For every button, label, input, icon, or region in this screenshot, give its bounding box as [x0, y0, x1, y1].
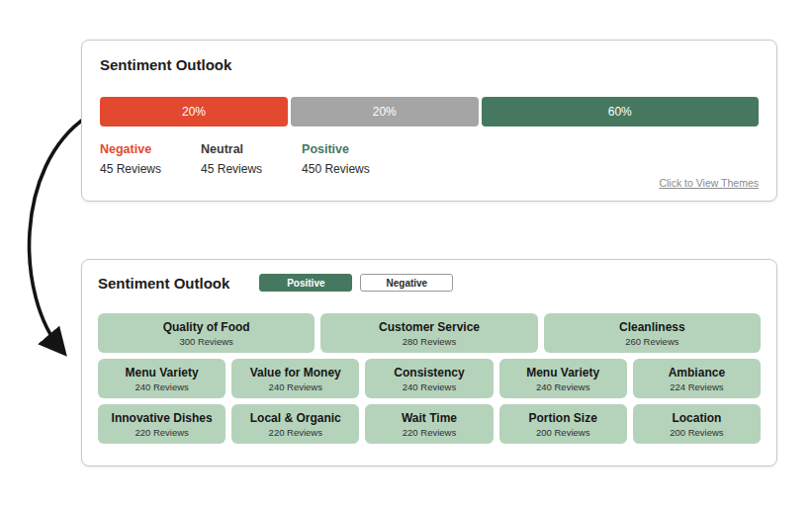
legend-count-neutral: 45 Reviews: [201, 162, 262, 176]
legend-label-negative: Negative: [100, 142, 161, 156]
bar-segment-negative[interactable]: 20%: [100, 97, 288, 127]
theme-chip-title: Menu Variety: [499, 366, 627, 380]
theme-chip-location[interactable]: Location 200 Reviews: [633, 404, 761, 444]
theme-chip-subtitle: 300 Reviews: [98, 336, 315, 347]
bar-segment-neutral[interactable]: 20%: [291, 97, 478, 127]
theme-chip-subtitle: 240 Reviews: [231, 381, 359, 392]
theme-chip-title: Consistency: [365, 366, 493, 380]
sentiment-overview-card: Sentiment Outlook 20% 20% 60% Negative 4…: [81, 40, 777, 202]
theme-chip-title: Value for Money: [231, 366, 359, 380]
sentiment-toggle-group: Positive Negative: [259, 274, 453, 292]
theme-chip-local-organic[interactable]: Local & Organic 220 Reviews: [231, 404, 359, 444]
legend-item-neutral: Neutral 45 Reviews: [201, 142, 262, 176]
theme-chip-subtitle: 240 Reviews: [98, 381, 226, 392]
theme-chip-portion-size[interactable]: Portion Size 200 Reviews: [499, 404, 627, 444]
theme-chip-title: Ambiance: [633, 366, 761, 380]
legend-item-positive: Positive 450 Reviews: [302, 142, 370, 176]
theme-chip-subtitle: 220 Reviews: [231, 427, 359, 438]
theme-chip-menu-variety[interactable]: Menu Variety 240 Reviews: [98, 359, 226, 398]
theme-chip-title: Portion Size: [499, 411, 627, 425]
view-themes-link[interactable]: Click to View Themes: [659, 177, 759, 189]
theme-chip-customer-service[interactable]: Customer Service 280 Reviews: [320, 313, 537, 353]
theme-chip-grid: Quality of Food 300 Reviews Customer Ser…: [98, 313, 761, 444]
bar-segment-positive[interactable]: 60%: [482, 97, 760, 127]
positive-toggle[interactable]: Positive: [259, 274, 352, 292]
theme-chip-title: Location: [633, 411, 761, 425]
theme-chip-innovative-dishes[interactable]: Innovative Dishes 220 Reviews: [98, 404, 226, 444]
sentiment-stacked-bar: 20% 20% 60%: [100, 97, 759, 127]
theme-chip-title: Local & Organic: [231, 411, 359, 425]
theme-chip-subtitle: 240 Reviews: [499, 381, 627, 392]
sentiment-themes-card: Sentiment Outlook Positive Negative Qual…: [81, 259, 777, 466]
theme-chip-subtitle: 260 Reviews: [544, 336, 761, 347]
theme-chip-subtitle: 220 Reviews: [98, 427, 226, 438]
theme-row-2: Menu Variety 240 Reviews Value for Money…: [98, 359, 761, 398]
theme-chip-title: Quality of Food: [98, 320, 315, 334]
theme-chip-subtitle: 224 Reviews: [633, 381, 761, 392]
theme-chip-title: Customer Service: [320, 320, 537, 334]
theme-chip-ambiance[interactable]: Ambiance 224 Reviews: [633, 359, 761, 398]
theme-chip-subtitle: 280 Reviews: [320, 336, 537, 347]
legend-label-positive: Positive: [302, 142, 370, 156]
theme-row-3: Innovative Dishes 220 Reviews Local & Or…: [98, 404, 761, 444]
theme-chip-consistency[interactable]: Consistency 240 Reviews: [365, 359, 493, 398]
theme-chip-menu-variety-2[interactable]: Menu Variety 240 Reviews: [499, 359, 627, 398]
theme-chip-title: Innovative Dishes: [98, 411, 226, 425]
negative-toggle[interactable]: Negative: [360, 274, 453, 292]
theme-chip-value-for-money[interactable]: Value for Money 240 Reviews: [231, 359, 359, 398]
theme-chip-cleanliness[interactable]: Cleanliness 260 Reviews: [544, 313, 761, 353]
theme-chip-subtitle: 240 Reviews: [365, 381, 493, 392]
theme-chip-subtitle: 200 Reviews: [633, 427, 761, 438]
page-title: Sentiment Outlook: [100, 56, 759, 73]
theme-chip-title: Wait Time: [365, 411, 493, 425]
legend-label-neutral: Neutral: [201, 142, 262, 156]
theme-chip-title: Menu Variety: [98, 366, 226, 380]
theme-chip-title: Cleanliness: [544, 320, 761, 334]
themes-header: Sentiment Outlook Positive Negative: [98, 274, 761, 292]
themes-title: Sentiment Outlook: [98, 275, 229, 292]
sentiment-legend: Negative 45 Reviews Neutral 45 Reviews P…: [100, 142, 759, 176]
theme-chip-subtitle: 220 Reviews: [365, 427, 493, 438]
theme-row-1: Quality of Food 300 Reviews Customer Ser…: [98, 313, 761, 353]
theme-chip-quality-of-food[interactable]: Quality of Food 300 Reviews: [98, 313, 315, 353]
theme-chip-subtitle: 200 Reviews: [499, 427, 627, 438]
legend-item-negative: Negative 45 Reviews: [100, 142, 161, 176]
legend-count-negative: 45 Reviews: [100, 162, 161, 176]
theme-chip-wait-time[interactable]: Wait Time 220 Reviews: [365, 404, 493, 444]
legend-count-positive: 450 Reviews: [302, 162, 370, 176]
